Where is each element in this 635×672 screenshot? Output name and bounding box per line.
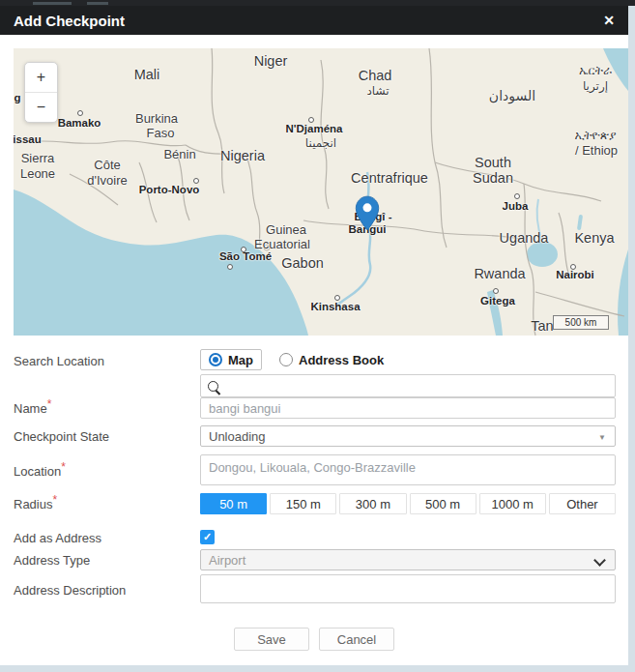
map-label: Bénin [163,148,195,161]
map-town-dot [514,193,520,199]
radio-selected-icon [209,353,222,366]
zoom-in-button[interactable]: + [25,63,57,92]
map-label: Gabon [281,256,324,271]
map-label: Nigeria [220,149,265,163]
checkpoint-state-select[interactable]: Unloading ▼ [200,425,616,447]
name-label: Name* [14,397,200,419]
map-label: Nairobi [556,270,594,281]
required-asterisk: * [52,493,57,507]
map[interactable]: NigerMaliChadتشادالسودانኤርትራإرترياBurkin… [14,48,628,336]
radius-option-1000m[interactable]: 1000 m [479,493,546,514]
map-pin-icon[interactable] [355,193,380,233]
radio-unselected-icon [279,353,293,366]
map-town-dot [241,247,246,252]
radius-option-300m[interactable]: 300 m [339,493,406,514]
radius-option-other[interactable]: Other [549,493,616,514]
map-label: Porto-Novo [139,185,200,196]
checkpoint-state-label: Checkpoint State [14,425,200,447]
location-field[interactable]: Dongou, Likouala, Congo-Brazzaville [200,454,616,485]
map-label: d'Ivoire [87,174,128,187]
caret-down-icon: ▼ [598,433,606,442]
map-label: Sudan [473,171,513,186]
address-description-label: Address Description [14,574,200,603]
background-artifact [33,2,72,5]
map-town-dot [308,117,314,123]
map-label: Uganda [500,231,549,246]
map-town-dot [227,264,233,270]
check-icon: ✓ [203,532,212,542]
map-label: issau [14,134,42,146]
map-label: South [475,156,511,170]
location-label: Location* [14,454,200,485]
map-town-dot [193,178,199,184]
map-label: السودان [489,89,535,102]
map-scale-bar: 500 km [553,315,609,330]
add-checkpoint-dialog: Add Checkpoint ✕ [0,6,628,665]
map-label: g [14,93,20,104]
map-label: N'Djaména [286,124,343,135]
radius-option-50m[interactable]: 50 m [200,493,267,514]
name-row: Name* bangi bangui [14,397,616,419]
save-button[interactable]: Save [234,628,309,651]
radius-label: Radius* [14,493,200,514]
radius-row: Radius* 50 m 150 m 300 m 500 m 1000 m Ot… [14,493,616,514]
name-field-value: bangi bangui [209,401,280,416]
map-label: Guinea [266,223,306,236]
radius-option-150m[interactable]: 150 m [270,493,336,514]
radio-map[interactable]: Map [200,349,262,370]
search-icon [208,381,218,392]
address-type-row: Address Type Airport [14,549,616,570]
map-label: Côte [94,159,120,171]
location-field-value: Dongou, Likouala, Congo-Brazzaville [209,460,416,475]
dialog-title: Add Checkpoint [0,13,125,29]
map-label: Centrafrique [351,171,428,186]
add-as-address-row: Add as Address ✓ [14,530,616,545]
map-zoom-control: + − [24,62,58,123]
map-label: Kenya [574,231,614,246]
map-label: Bamako [58,118,101,130]
map-label: / Ethiop [575,144,618,157]
map-label: ኢትዮጵያ [574,130,616,142]
map-label: Ecuatorial [254,238,310,250]
map-label: Tan [531,319,553,334]
address-description-field[interactable] [200,574,616,603]
map-town-dot [570,264,576,270]
address-type-select[interactable]: Airport [200,549,616,570]
map-label: Sierra [21,152,55,164]
map-label: Faso [147,127,175,139]
map-label: Gitega [480,296,515,307]
map-label: Mali [134,68,160,82]
map-town-dot [334,295,340,301]
add-as-address-checkbox[interactable]: ✓ [200,530,215,544]
map-label: Juba [503,201,529,213]
radius-option-500m[interactable]: 500 m [410,493,476,514]
search-input[interactable] [200,374,616,397]
map-town-dot [493,288,499,294]
close-icon[interactable]: ✕ [603,6,615,35]
chevron-down-icon [593,554,606,567]
checkpoint-state-row: Checkpoint State Unloading ▼ [14,425,616,447]
map-label: Kinshasa [310,302,360,313]
radio-address-book[interactable]: Address Book [279,353,384,367]
radius-button-group: 50 m 150 m 300 m 500 m 1000 m Other [200,493,616,514]
search-location-radio-group: Map Address Book [200,350,616,369]
map-label: São Tomé [219,251,272,263]
dialog-header: Add Checkpoint ✕ [0,6,628,35]
map-base-layer [14,48,628,336]
required-asterisk: * [61,460,66,474]
address-description-row: Address Description [14,574,616,603]
map-town-dot [77,110,83,116]
zoom-out-button[interactable]: − [25,93,57,122]
map-label: Rwanda [474,267,525,281]
search-location-row: Search Location Map Address Book [14,350,616,397]
map-label: تشاد [366,85,389,97]
map-label: Leone [20,167,55,180]
map-label: Chad [359,69,392,83]
map-label: ኤርትራ [579,65,612,77]
required-asterisk: * [47,397,52,411]
name-field[interactable]: bangi bangui [200,397,616,419]
map-label: Niger [254,54,288,69]
background-artifact [87,2,108,5]
add-as-address-label: Add as Address [14,530,200,545]
cancel-button[interactable]: Cancel [319,628,394,651]
